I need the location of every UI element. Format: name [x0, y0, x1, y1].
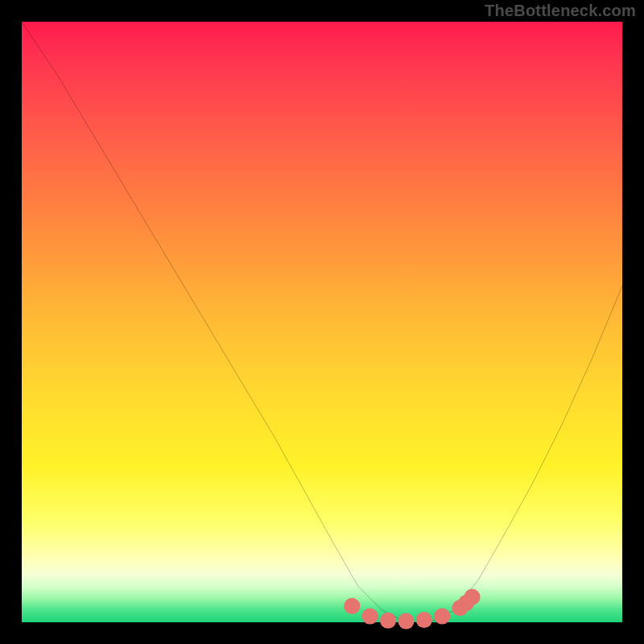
curve-layer: [22, 22, 622, 622]
valley-marker: [344, 598, 360, 614]
valley-markers: [344, 589, 480, 630]
plot-area: [22, 22, 622, 622]
bottleneck-curve: [22, 22, 622, 622]
valley-marker: [416, 612, 432, 628]
valley-marker: [380, 613, 396, 629]
chart-frame: TheBottleneck.com: [0, 0, 644, 644]
valley-marker: [362, 608, 378, 624]
valley-marker: [464, 589, 480, 605]
valley-marker: [398, 613, 414, 629]
watermark-text: TheBottleneck.com: [485, 2, 636, 20]
valley-marker: [434, 608, 450, 624]
